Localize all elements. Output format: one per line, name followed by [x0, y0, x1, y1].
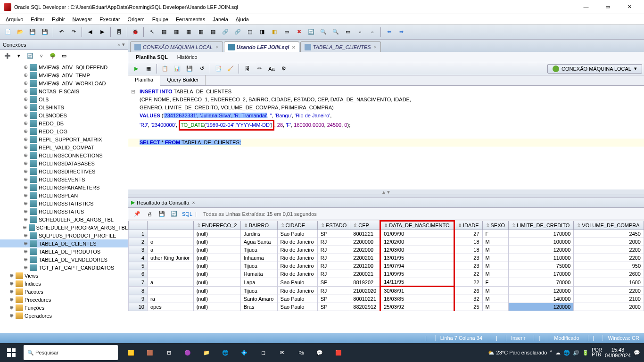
tree-item[interactable]: ⊕ROLLING$PARAMETERS — [0, 183, 128, 191]
wstab-planilha[interactable]: Planilha — [128, 75, 160, 86]
arrow-right-icon[interactable]: ➡ — [396, 27, 406, 37]
vscode-icon[interactable]: 💠 — [235, 343, 254, 362]
table-row[interactable]: 6(null)HumaitaRio de JaneiroRJ220002111/… — [129, 270, 644, 278]
column-header[interactable]: ⇕IDADE — [454, 221, 483, 230]
cell[interactable]: Agua Santa — [240, 238, 277, 246]
refresh-tree-icon[interactable]: 🔄 — [25, 51, 35, 61]
cell[interactable]: Sao Paulo — [277, 303, 317, 311]
cell[interactable]: 18 — [454, 238, 483, 246]
cell[interactable]: 11/09/95 — [380, 270, 454, 278]
autotrace-icon[interactable]: 📊 — [172, 64, 182, 74]
weather-widget[interactable]: ⛅ 23°C Parc ensolarado — [488, 350, 547, 356]
maximize-button[interactable]: ▭ — [597, 0, 619, 14]
cell[interactable]: 21002020 — [350, 287, 380, 295]
cell[interactable]: 8819202 — [350, 278, 380, 287]
subtab-historico[interactable]: Histórico — [173, 53, 202, 61]
menu-arquivo[interactable]: Arquivo — [2, 16, 27, 23]
tree-item[interactable]: ⊕MVIEW$_ADV_TEMP — [0, 71, 128, 79]
format-icon[interactable]: ✏ — [254, 64, 264, 74]
cell[interactable]: F — [482, 278, 508, 287]
taskbar-app-2[interactable]: 🟫 — [140, 343, 159, 362]
cell[interactable]: M — [482, 270, 508, 278]
cell[interactable]: 18 — [454, 246, 483, 254]
tree-item[interactable]: ⊕MVIEW$_ADV_WORKLOAD — [0, 79, 128, 87]
cell[interactable]: 26 — [454, 287, 483, 295]
tree-item[interactable]: ⊕OL$HINTS — [0, 103, 128, 111]
tree-folder[interactable]: ⊕Procedures — [0, 296, 128, 304]
notifications-icon[interactable]: 💬 — [634, 350, 640, 356]
tree-item[interactable]: ⊕SCHEDULER_JOB_ARGS_TBL — [0, 215, 128, 223]
cell[interactable]: SP — [317, 278, 350, 287]
cell[interactable]: ra — [148, 295, 194, 303]
mail-icon[interactable]: ✉ — [272, 343, 291, 362]
discord-icon[interactable]: 💬 — [310, 343, 329, 362]
tray-onedrive-icon[interactable]: ☁ — [555, 350, 561, 356]
copilot-icon[interactable]: 🟣 — [178, 343, 197, 362]
run-icon[interactable]: ▶ — [131, 64, 141, 74]
tab-close-icon[interactable]: × — [215, 44, 218, 50]
tab-close-icon[interactable]: × — [292, 44, 295, 50]
subtab-planilha-sql[interactable]: Planilha SQL — [131, 53, 173, 61]
tree-item[interactable]: ⊕REPL_SUPPORT_MATRIX — [0, 135, 128, 143]
column-header[interactable]: ⇕LIMITE_DE_CREDITO — [508, 221, 573, 230]
cell[interactable]: 30/08/91 — [380, 287, 454, 295]
cell[interactable]: 950 — [574, 262, 644, 270]
run-script-icon[interactable]: ▦ — [143, 64, 154, 74]
column-header[interactable]: ⇕ESTADO — [317, 221, 350, 230]
cell[interactable]: Tijuca — [240, 262, 277, 270]
table-row[interactable]: 1(null)JardinsSao PauloSP800122101/09/90… — [129, 230, 644, 238]
cell[interactable]: 01/09/90 — [380, 230, 454, 238]
arrow-left-icon[interactable]: ⬅ — [384, 27, 394, 37]
small2-icon[interactable]: ▫ — [367, 27, 378, 37]
layout4-icon[interactable]: ▭ — [281, 27, 292, 37]
cell[interactable]: 16/03/85 — [380, 295, 454, 303]
cell[interactable]: (null) — [193, 246, 240, 254]
save-all-icon[interactable]: 💾 — [40, 27, 50, 37]
tray-network-icon[interactable]: 🌐 — [563, 350, 570, 356]
grid4-icon[interactable]: ▦ — [196, 27, 206, 37]
cell[interactable] — [148, 230, 194, 238]
cell[interactable]: 120000 — [508, 303, 573, 311]
cell[interactable]: (null) — [193, 238, 240, 246]
tree-folder[interactable]: ⊕Views — [0, 272, 128, 280]
tree-item[interactable]: ⊕ROLLING$PLAN — [0, 191, 128, 199]
cell[interactable]: 140000 — [508, 295, 573, 303]
tray-language[interactable]: POR PTB — [592, 348, 602, 357]
column-header[interactable]: ⇕VOLUME_DE_COMPRA — [574, 221, 644, 230]
notion-icon[interactable]: ◻ — [254, 343, 272, 362]
open-icon[interactable]: 📂 — [15, 27, 25, 37]
cell[interactable]: M — [482, 254, 508, 262]
cell[interactable]: 120000 — [508, 287, 573, 295]
cell[interactable]: Santo Amaro — [240, 295, 277, 303]
cell[interactable]: uther King Junior — [148, 254, 194, 262]
fit-icon[interactable]: ▭ — [343, 27, 353, 37]
cell[interactable]: SP — [317, 303, 350, 311]
column-header[interactable] — [148, 221, 194, 230]
tree-item[interactable]: ⊕SQLPLUS_PRODUCT_PROFILE — [0, 231, 128, 239]
menu-equipe[interactable]: Equipe — [149, 16, 172, 23]
taskbar-app-1[interactable]: 🟨 — [122, 343, 140, 362]
cell[interactable]: 2200 — [574, 246, 644, 254]
column-header[interactable]: ⇕SEXO — [482, 221, 508, 230]
cell[interactable]: 25 — [454, 303, 483, 311]
sql-editor[interactable]: ⊟INSERT INTO TABELA_DE_CLIENTES (CPF, NO… — [128, 86, 644, 189]
table-row[interactable]: 3a(null)TijucaRio de JaneiroRJ220200012/… — [129, 246, 644, 254]
cell[interactable]: 22 — [454, 270, 483, 278]
sqldeveloper-icon[interactable]: 🟥 — [329, 343, 348, 362]
tree-folder[interactable]: ⊕Índices — [0, 280, 128, 288]
tray-chevron-icon[interactable]: ˄ — [550, 350, 553, 356]
layout2-icon[interactable]: ◨ — [257, 27, 267, 37]
cell[interactable]: (null) — [193, 278, 240, 287]
table-row[interactable]: 4uther King Junior(null)InhaumaRio de Ja… — [129, 254, 644, 262]
link1-icon[interactable]: 🔗 — [220, 27, 231, 37]
cell[interactable]: Sao Paulo — [277, 230, 317, 238]
cell[interactable]: 12/03/00 — [380, 246, 454, 254]
grid1-icon[interactable]: ▦ — [159, 27, 169, 37]
tree-folder[interactable]: ⊕Pacotes — [0, 288, 128, 296]
wstab-query-builder[interactable]: Query Builder — [160, 75, 206, 85]
results-grid[interactable]: ⇕ENDERECO_2⇕BAIRRO⇕CIDADE⇕ESTADO⇕CEP⇕DAT… — [128, 220, 644, 311]
tab-conexao-local[interactable]: CONEXÃO MÁQUINA LOCAL× — [130, 41, 223, 52]
cell[interactable]: 23 — [454, 262, 483, 270]
tray-clock[interactable]: 15:4304/09/2024 — [605, 347, 631, 358]
cell[interactable]: RJ — [317, 287, 350, 295]
